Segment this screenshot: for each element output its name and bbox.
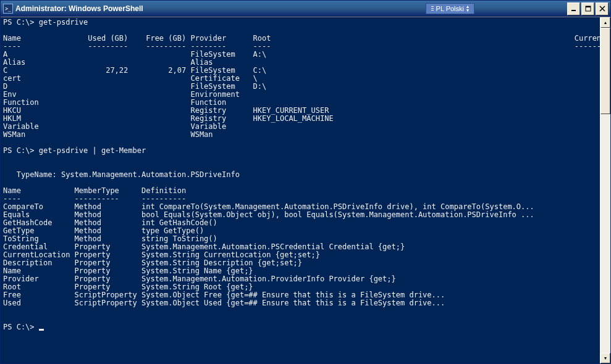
vertical-scrollbar[interactable]: ▴ ▾: [600, 17, 610, 363]
svg-rect-0: [571, 10, 576, 11]
cursor: [39, 329, 44, 331]
console-area: PS C:\> get-psdrive Name Used (GB) Free …: [1, 17, 610, 363]
minimize-icon: [571, 6, 577, 12]
scroll-thumb[interactable]: [600, 28, 610, 114]
powershell-icon: [3, 4, 13, 14]
close-icon: [599, 6, 605, 12]
close-button[interactable]: [596, 2, 609, 15]
scroll-down-button[interactable]: ▾: [600, 353, 610, 363]
svg-rect-2: [586, 6, 591, 7]
scroll-track[interactable]: [600, 28, 610, 353]
console-output[interactable]: PS C:\> get-psdrive Name Used (GB) Free …: [1, 17, 600, 363]
maximize-icon: [585, 6, 591, 12]
powershell-window: Administrator: Windows PowerShell PL Pol…: [0, 0, 611, 364]
maximize-button[interactable]: [581, 2, 594, 15]
language-indicator[interactable]: PL Polski ▴▾: [426, 3, 474, 14]
titlebar[interactable]: Administrator: Windows PowerShell PL Pol…: [1, 1, 610, 17]
language-label: PL Polski: [436, 5, 464, 12]
grip-dots-icon: [431, 6, 434, 12]
scroll-up-button[interactable]: ▴: [600, 17, 610, 28]
window-title: Administrator: Windows PowerShell: [15, 4, 426, 13]
window-controls: [567, 2, 609, 15]
minimize-button[interactable]: [567, 2, 580, 15]
spinner-arrows-icon: ▴▾: [466, 5, 469, 12]
